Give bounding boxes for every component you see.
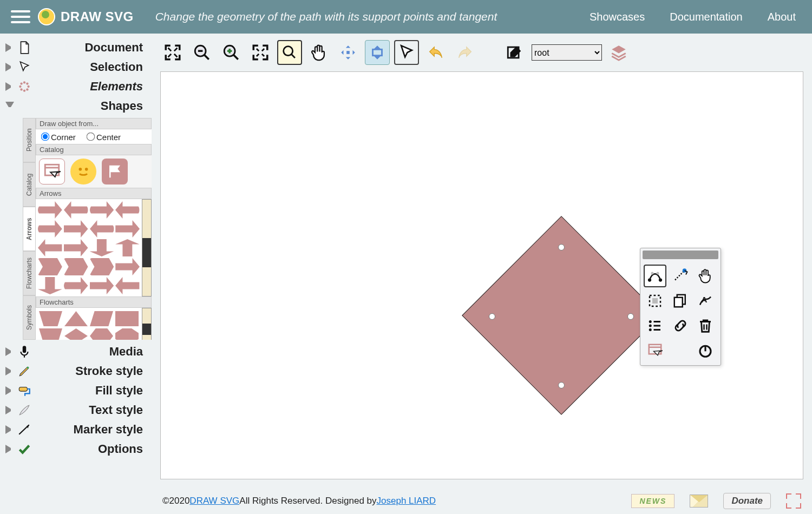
arrow-shape[interactable] xyxy=(115,277,140,294)
arrow-shape[interactable] xyxy=(38,239,62,256)
pan-hand-icon[interactable] xyxy=(306,40,331,65)
arrow-shape[interactable] xyxy=(115,258,140,275)
resize-handle[interactable] xyxy=(627,313,634,320)
edit-path-icon[interactable] xyxy=(644,265,666,287)
edit-icon[interactable] xyxy=(502,40,527,65)
flowchart-shape[interactable] xyxy=(39,311,62,326)
resize-handle[interactable] xyxy=(489,313,495,320)
sidebar-item-fill-style[interactable]: Fill style xyxy=(0,381,152,400)
chevron-right-icon xyxy=(5,82,14,91)
resize-handle[interactable] xyxy=(558,244,565,251)
arrow-shape[interactable] xyxy=(90,220,114,238)
link-icon[interactable] xyxy=(669,314,692,337)
sidebar-item-label: Fill style xyxy=(37,384,146,398)
flowchart-shape[interactable] xyxy=(115,328,139,340)
sidebar-item-label: Marker style xyxy=(37,423,146,437)
fullscreen-icon[interactable] xyxy=(786,493,801,509)
arrow-shape[interactable] xyxy=(64,239,88,256)
arrow-shape[interactable] xyxy=(115,201,140,219)
resize-vertical-icon[interactable] xyxy=(365,40,390,65)
nav-showcases[interactable]: Showcases xyxy=(590,11,645,23)
sidebar-item-elements[interactable]: Elements xyxy=(0,77,152,96)
hand-icon[interactable] xyxy=(694,265,717,287)
arrow-shape[interactable] xyxy=(115,239,140,256)
news-badge[interactable]: NEWS xyxy=(631,494,675,508)
zoom-fit-icon[interactable] xyxy=(248,40,273,65)
arrow-shape[interactable] xyxy=(38,201,62,219)
nav-about[interactable]: About xyxy=(768,11,796,23)
arrow-shape[interactable] xyxy=(64,258,88,275)
root-select[interactable]: root xyxy=(532,44,602,61)
nav-documentation[interactable]: Documentation xyxy=(670,11,743,23)
arrow-shape[interactable] xyxy=(38,258,62,275)
layers-icon[interactable] xyxy=(606,40,631,65)
catalog-window-icon[interactable] xyxy=(644,339,666,362)
flowchart-shape[interactable] xyxy=(115,311,139,326)
context-toolbar[interactable]: A xyxy=(640,248,721,366)
vtab-arrows[interactable]: Arrows xyxy=(23,207,36,251)
undo-icon[interactable] xyxy=(423,40,448,65)
flowchart-shape[interactable] xyxy=(90,328,113,340)
arrow-shape[interactable] xyxy=(90,258,114,275)
selection-box-icon[interactable] xyxy=(644,289,666,312)
redo-icon[interactable] xyxy=(453,40,477,65)
arrow-shape[interactable] xyxy=(38,220,62,238)
radio-center-input[interactable] xyxy=(87,133,95,141)
svg-point-4 xyxy=(20,82,22,84)
arrow-shape[interactable] xyxy=(115,220,140,238)
radio-corner[interactable]: Corner xyxy=(39,133,76,142)
transform-icon[interactable] xyxy=(669,265,692,287)
vtab-position[interactable]: Position xyxy=(23,118,36,162)
select-cursor-icon[interactable] xyxy=(394,40,419,65)
sidebar-item-options[interactable]: Options xyxy=(0,439,152,459)
list-icon[interactable] xyxy=(644,314,666,337)
flowcharts-scrollbar[interactable] xyxy=(142,308,152,340)
sidebar-item-text-style[interactable]: Text style xyxy=(0,400,152,420)
vtab-symbols[interactable]: Symbols xyxy=(23,295,36,340)
fit-screen-icon[interactable] xyxy=(160,40,185,65)
arrow-shape[interactable] xyxy=(90,201,114,219)
arrows-scrollbar[interactable] xyxy=(142,199,152,296)
vtab-flowcharts[interactable]: Flowcharts xyxy=(23,251,36,295)
svg-rect-16 xyxy=(346,51,350,54)
footer-author-link[interactable]: Joseph LIARD xyxy=(377,496,436,506)
arrow-shape[interactable] xyxy=(64,277,88,294)
sidebar-item-media[interactable]: Media xyxy=(0,342,152,361)
flowchart-shape[interactable] xyxy=(64,311,88,326)
trash-icon[interactable] xyxy=(694,314,717,337)
sidebar-item-marker-style[interactable]: Marker style xyxy=(0,420,152,439)
arrow-shape[interactable] xyxy=(64,220,88,238)
copyright-prefix: ©2020 xyxy=(162,496,189,506)
zoom-out-icon[interactable] xyxy=(189,40,214,65)
sidebar-item-shapes[interactable]: Shapes xyxy=(0,96,152,116)
mail-icon[interactable] xyxy=(690,495,708,508)
canvas[interactable]: A xyxy=(160,71,803,479)
footer-site-link[interactable]: DRAW SVG xyxy=(189,496,239,506)
move-icon[interactable] xyxy=(336,40,361,65)
flowchart-shape[interactable] xyxy=(90,311,113,326)
text-path-icon[interactable]: A xyxy=(694,289,717,312)
catalog-window-icon[interactable] xyxy=(39,159,65,184)
zoom-area-icon[interactable] xyxy=(277,40,302,65)
donate-button[interactable]: Donate xyxy=(723,493,771,509)
catalog-flag-icon[interactable] xyxy=(102,159,128,184)
flowchart-shape[interactable] xyxy=(64,328,88,340)
zoom-in-icon[interactable] xyxy=(219,40,244,65)
vtab-catalog[interactable]: Catalog xyxy=(23,162,36,207)
arrow-shape[interactable] xyxy=(38,277,62,294)
arrow-shape[interactable] xyxy=(90,277,114,294)
arrow-shape[interactable] xyxy=(90,239,114,256)
radio-corner-input[interactable] xyxy=(41,133,50,141)
sidebar-item-selection[interactable]: Selection xyxy=(0,57,152,77)
sidebar-item-document[interactable]: Document xyxy=(0,38,152,57)
arrow-shape[interactable] xyxy=(64,201,88,219)
copy-icon[interactable] xyxy=(669,289,692,312)
context-toolbar-drag-handle[interactable] xyxy=(643,251,718,259)
catalog-smiley-icon[interactable] xyxy=(70,159,96,184)
menu-icon[interactable] xyxy=(11,7,30,27)
radio-center[interactable]: Center xyxy=(84,133,121,142)
flowchart-shape[interactable] xyxy=(39,328,62,340)
resize-handle[interactable] xyxy=(558,382,565,388)
sidebar-item-stroke-style[interactable]: Stroke style xyxy=(0,361,152,381)
power-icon[interactable] xyxy=(694,339,717,362)
